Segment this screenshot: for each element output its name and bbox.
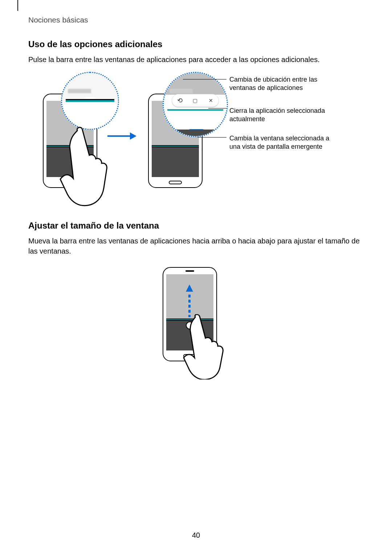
drag-up-arrow-icon	[186, 284, 193, 317]
magnifier-left	[61, 72, 119, 130]
swap-icon	[176, 97, 183, 104]
arrow-right-icon	[107, 134, 136, 139]
close-icon	[208, 97, 214, 104]
body-text-options: Pulse la barra entre las ventanas de apl…	[28, 54, 362, 65]
magnifier-right	[163, 72, 228, 137]
figure-options: Cambia de ubicación entre las ventanas d…	[28, 72, 362, 210]
section-title-options: Uso de las opciones adicionales	[28, 39, 362, 49]
hand-pointer-resize	[179, 314, 237, 379]
figure-resize	[28, 263, 362, 365]
options-pill	[172, 94, 219, 107]
section-title-resize: Ajustar el tamaño de la ventana	[28, 221, 362, 231]
callout-close: Cierra la aplicación seleccionada actual…	[229, 107, 331, 124]
callout-popup: Cambia la ventana seleccionada a una vis…	[229, 134, 331, 151]
callout-line	[208, 108, 226, 108]
callout-line	[183, 79, 226, 79]
hand-pointer-left	[57, 126, 123, 210]
callout-line	[197, 137, 226, 138]
breadcrumb: Nociones básicas	[28, 16, 88, 24]
body-text-resize: Mueva la barra entre las ventanas de apl…	[28, 236, 362, 256]
page-corner-mark	[17, 0, 18, 11]
page-number: 40	[192, 531, 200, 539]
popup-icon	[192, 97, 199, 104]
callout-swap: Cambia de ubicación entre las ventanas d…	[229, 75, 331, 93]
